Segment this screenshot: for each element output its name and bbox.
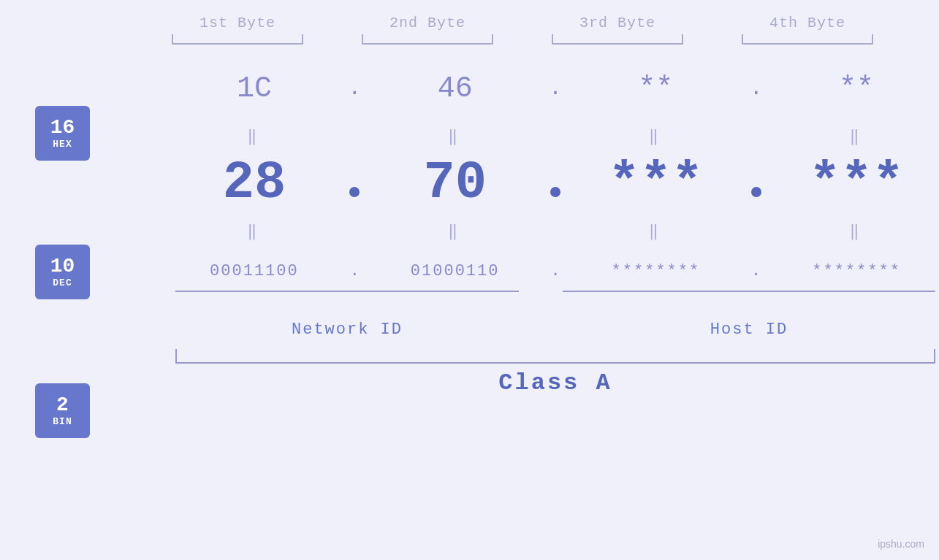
- dec-b4: ***: [778, 153, 935, 213]
- dec-b2: 70: [376, 153, 534, 213]
- content-area: 1C . 46 . ** . ** ‖ ‖ ‖ ‖ 28: [69, 52, 939, 396]
- eq1: ‖: [175, 126, 333, 146]
- hex-b1: 1C: [175, 72, 333, 105]
- main-container: 1st Byte 2nd Byte 3rd Byte 4th Byte 16 H…: [0, 0, 939, 560]
- class-label-row: Class A: [175, 369, 935, 396]
- eq7: ‖: [577, 221, 734, 241]
- equals-row-2: ‖ ‖ ‖ ‖: [175, 220, 935, 242]
- bin-b3: ********: [577, 262, 734, 280]
- class-label: Class A: [498, 369, 612, 396]
- hex-row: 1C . 46 . ** . **: [69, 52, 939, 125]
- dec-b3: ***: [577, 153, 734, 213]
- dec-dot1: [333, 165, 376, 197]
- hex-b4: **: [778, 72, 935, 105]
- bin-b2: 01000110: [376, 262, 534, 280]
- bin-b4: ********: [778, 262, 935, 280]
- header-row: 1st Byte 2nd Byte 3rd Byte 4th Byte: [142, 15, 902, 45]
- eq6: ‖: [376, 221, 534, 241]
- host-id-label: Host ID: [563, 321, 935, 339]
- dec-b1: 28: [175, 153, 333, 213]
- bracket-label-row: Network ID Host ID: [175, 321, 935, 339]
- watermark: ipshu.com: [878, 538, 924, 550]
- network-id-label: Network ID: [175, 321, 519, 339]
- byte1-header: 1st Byte: [157, 15, 318, 45]
- byte2-header: 2nd Byte: [347, 15, 508, 45]
- bin-values: 00011100 . 01000110 . ******** . *******…: [175, 262, 935, 280]
- dec-dot2: [534, 165, 577, 197]
- bin-b1: 00011100: [175, 262, 333, 280]
- dec-values: 28 70 *** ***: [175, 153, 935, 213]
- hex-b2: 46: [376, 72, 534, 105]
- class-bracket-container: Class A: [175, 349, 935, 396]
- hex-b3: **: [577, 72, 734, 105]
- eq3: ‖: [577, 126, 734, 146]
- bin-dot3: .: [734, 262, 778, 280]
- bin-dot1: .: [333, 262, 376, 280]
- hex-dot2: .: [534, 76, 577, 101]
- dec-row: 28 70 *** ***: [69, 147, 939, 220]
- class-bracket: [175, 349, 935, 364]
- equals-row-1: ‖ ‖ ‖ ‖: [175, 125, 935, 147]
- byte4-header: 4th Byte: [727, 15, 888, 45]
- bin-bracket-left: [175, 291, 519, 292]
- bin-bracket-right: [563, 291, 935, 292]
- bin-badge: 2 BIN: [35, 383, 90, 438]
- eq4: ‖: [778, 126, 935, 146]
- eq2: ‖: [376, 126, 534, 146]
- hex-dot3: .: [734, 76, 778, 101]
- byte3-header: 3rd Byte: [537, 15, 698, 45]
- hex-dot1: .: [333, 76, 376, 101]
- eq8: ‖: [778, 221, 935, 241]
- eq5: ‖: [175, 221, 333, 241]
- hex-values: 1C . 46 . ** . **: [175, 72, 935, 105]
- bin-dot2: .: [534, 262, 577, 280]
- dec-dot3: [734, 165, 778, 197]
- bin-row: 00011100 . 01000110 . ******** . *******…: [69, 242, 939, 300]
